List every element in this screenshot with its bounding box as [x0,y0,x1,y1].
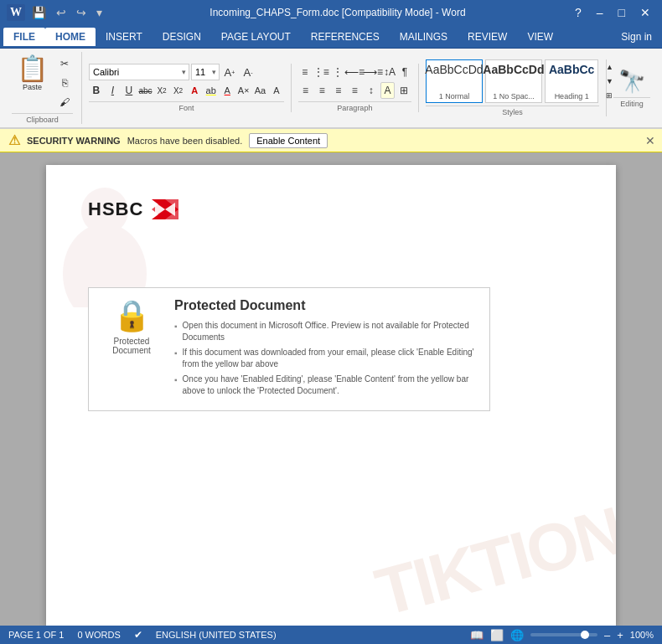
bullet-1: ▪ [174,322,178,331]
align-right-button[interactable]: ≡ [331,82,346,99]
word-logo: W [7,4,25,21]
align-left-button[interactable]: ≡ [298,82,313,99]
menu-tab-pagelayout[interactable]: PAGE LAYOUT [211,28,301,46]
change-case-button[interactable]: Aa [253,82,268,99]
title-bar-left: W 💾 ↩ ↪ ▾ [7,4,106,21]
clear-formatting-button[interactable]: A✕ [236,82,251,99]
menu-tab-design[interactable]: DESIGN [153,28,211,46]
paste-button[interactable]: 📋 Paste [12,52,53,93]
close-button[interactable]: ✕ [635,4,655,21]
subscript-button[interactable]: X2 [154,82,169,99]
increase-font-button[interactable]: A+ [221,64,238,80]
menu-tab-insert[interactable]: INSERT [96,28,153,46]
style-nospace[interactable]: AaBbCcDd 1 No Spac... [485,59,542,103]
zoom-in-icon[interactable]: + [617,629,623,641]
zoom-slider[interactable] [530,633,597,636]
spelling-check-icon[interactable]: ✔ [134,629,142,641]
redo-icon[interactable]: ↪ [73,4,90,21]
title-text: Incoming_CHAPS_Form.doc [Compatibility M… [106,7,570,18]
protected-icon-area: 🔒 Protected Document [102,298,161,355]
sort-button[interactable]: ↕A [383,64,396,80]
zoom-thumb [581,631,589,639]
bullet-2: ▪ [174,348,178,358]
multilevel-button[interactable]: ⋮ [331,64,344,80]
zoom-out-icon[interactable]: – [604,629,610,641]
protected-item-1: ▪ Open this document in Microsoft Office… [174,320,476,343]
shading-button[interactable]: A [380,82,396,99]
save-icon[interactable]: 💾 [28,4,49,21]
menu-tab-references[interactable]: REFERENCES [301,28,390,46]
justify-button[interactable]: ≡ [347,82,362,99]
undo-icon[interactable]: ↩ [53,4,70,21]
clipboard-label: Clipboard [12,113,73,124]
font-color-button[interactable]: A [220,82,235,99]
menu-tab-home[interactable]: HOME [45,28,96,46]
decrease-indent-button[interactable]: ⟵≡ [346,64,363,80]
security-warning-text-bold: SECURITY WARNING [27,136,121,146]
help-button[interactable]: ? [570,4,587,21]
minimize-button[interactable]: – [592,4,608,21]
styles-label: Styles [426,106,599,116]
underline-button[interactable]: U [122,82,137,99]
increase-indent-button[interactable]: ⟶≡ [365,64,381,80]
security-close-button[interactable]: ✕ [645,134,655,147]
cut-button[interactable]: ✂ [56,55,73,72]
style-nospace-label: 1 No Spac... [493,92,535,100]
editing-label: Editing [613,97,650,108]
font-name-combo[interactable]: Calibri ▾ [89,64,189,80]
hsbc-logo: HSBC [88,198,574,220]
hsbc-hex-icon [152,199,178,219]
bullet-3: ▪ [174,375,178,384]
style-normal[interactable]: AaBbCcDd 1 Normal [426,59,483,103]
protected-item-text-2: If this document was downloaded from you… [183,347,476,370]
protected-item-3: ▪ Once you have 'Enabled Editing', pleas… [174,374,476,397]
italic-button[interactable]: I [106,82,121,99]
numbering-button[interactable]: ⋮≡ [313,64,329,80]
bullets-button[interactable]: ≡ [298,64,312,80]
status-right: 📖 ⬜ 🌐 – + 100% [470,629,654,641]
customize-icon[interactable]: ▾ [93,4,106,21]
borders-button[interactable]: ⊞ [396,82,411,99]
editing-button[interactable]: 🔭 [618,69,645,95]
tiktion-watermark: TIKTION [368,492,616,626]
copy-button[interactable]: ⎘ [56,75,73,91]
style-heading1[interactable]: AaBbCc Heading 1 [545,59,598,103]
font-size-dec2[interactable]: A [269,82,284,99]
line-spacing-button[interactable]: ↕ [364,82,379,99]
page-count: PAGE 1 OF 1 [8,630,64,640]
protected-document-box: 🔒 Protected Document Protected Document … [88,287,490,411]
bold-button[interactable]: B [89,82,104,99]
font-size-text: 11 [192,67,209,77]
protected-text-area: Protected Document ▪ Open this document … [174,298,476,400]
signin-link[interactable]: Sign in [614,28,659,46]
lock-icon: 🔒 [113,298,151,333]
menu-tab-file[interactable]: FILE [3,28,45,46]
document-area: TIKTION HSBC [0,152,662,626]
font-size-combo[interactable]: 11 ▾ [191,64,220,80]
menu-tab-review[interactable]: REVIEW [458,28,517,46]
text-highlight-button[interactable]: ab [204,82,219,99]
maximize-button[interactable]: □ [613,4,630,21]
zoom-level: 100% [630,630,654,640]
decrease-font-button[interactable]: A- [240,64,256,80]
enable-content-button[interactable]: Enable Content [249,133,328,148]
strikethrough-button[interactable]: abc [138,82,153,99]
show-marks-button[interactable]: ¶ [398,64,411,80]
print-layout-icon[interactable]: ⬜ [490,629,504,641]
menu-tab-mailings[interactable]: MAILINGS [390,28,458,46]
web-layout-icon[interactable]: 🌐 [510,629,524,641]
superscript-button[interactable]: X2 [171,82,186,99]
text-effects-button[interactable]: A [187,82,202,99]
style-heading1-label: Heading 1 [555,92,589,100]
protected-item-2: ▪ If this document was downloaded from y… [174,347,476,370]
format-painter-button[interactable]: 🖌 [56,94,73,111]
title-bar: W 💾 ↩ ↪ ▾ Incoming_CHAPS_Form.doc [Compa… [0,0,662,25]
font-name-text: Calibri [90,67,179,77]
ribbon: 📋 Paste ✂ ⎘ 🖌 Clipboard Calibri ▾ 11 [0,49,662,129]
menu-tab-view[interactable]: VIEW [517,28,563,46]
status-bar: PAGE 1 OF 1 0 WORDS ✔ ENGLISH (UNITED ST… [0,626,662,644]
align-center-button[interactable]: ≡ [314,82,329,99]
font-name-arrow: ▾ [179,68,189,76]
clipboard-extras: ✂ ⎘ 🖌 [56,52,73,111]
read-mode-icon[interactable]: 📖 [470,629,484,641]
